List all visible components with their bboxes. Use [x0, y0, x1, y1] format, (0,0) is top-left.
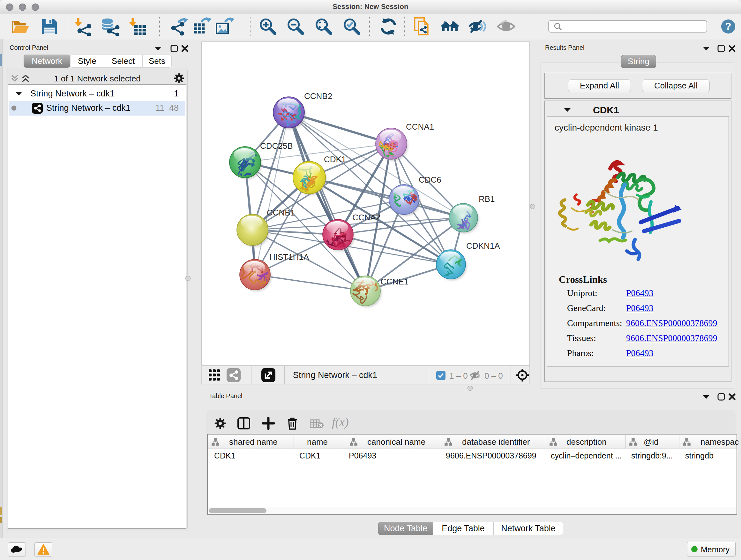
svg-text:CCNA2: CCNA2: [352, 212, 381, 222]
svg-text:CCNA1: CCNA1: [406, 122, 434, 132]
svg-text:?: ?: [725, 21, 731, 32]
svg-text:CDK1: CDK1: [324, 154, 346, 164]
svg-text:CDC6: CDC6: [419, 175, 441, 185]
svg-text:CDC25B: CDC25B: [260, 141, 293, 151]
svg-text:CCNB2: CCNB2: [304, 91, 332, 101]
svg-text:HIST1H1A: HIST1H1A: [269, 252, 309, 262]
svg-text:RB1: RB1: [479, 194, 495, 204]
svg-text:CCNE1: CCNE1: [381, 277, 408, 287]
svg-text:CDKN1A: CDKN1A: [466, 241, 500, 251]
svg-text:CCNB1: CCNB1: [267, 208, 295, 217]
